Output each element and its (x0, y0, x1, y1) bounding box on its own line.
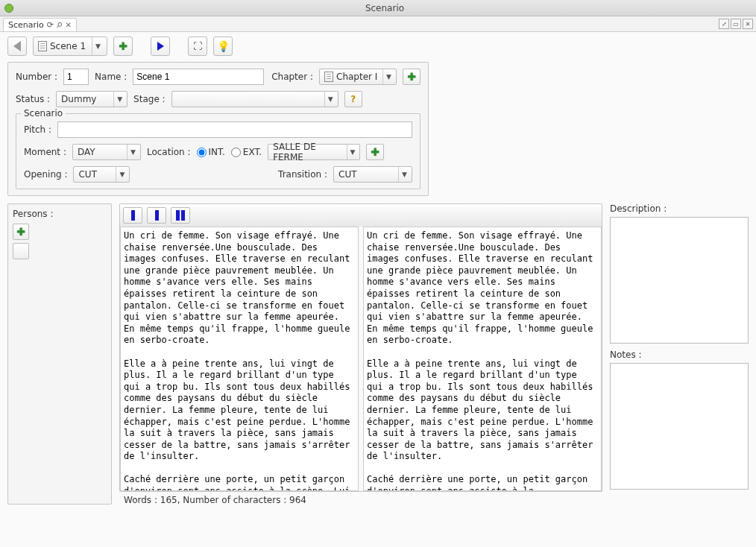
dropdown-icon: ▼ (92, 37, 104, 55)
play-icon (157, 42, 164, 51)
chapter-combo[interactable]: Chapter I ▼ (319, 69, 397, 85)
notes-panel: Notes : (610, 350, 749, 490)
notes-label: Notes : (610, 350, 749, 360)
editor-right-textarea[interactable] (363, 227, 602, 491)
window-minimize-button[interactable]: ▭ (731, 19, 741, 29)
int-label: INT. (209, 147, 225, 157)
dropdown-icon: ▼ (382, 69, 394, 84)
document-icon (324, 72, 333, 82)
fullscreen-button[interactable]: ⛶ (188, 37, 207, 56)
pin-icon[interactable]: ⚲ (54, 20, 64, 30)
opening-value: CUT (78, 169, 97, 180)
window-close-button-2[interactable]: ✕ (743, 19, 753, 29)
fullscreen-icon: ⛶ (193, 41, 202, 51)
window-restore-button[interactable]: ⤢ (719, 19, 729, 29)
tab-title: Scenario (8, 20, 44, 30)
stage-help-button[interactable]: ? (344, 91, 362, 107)
location-int-radio[interactable]: INT. (197, 147, 225, 157)
dropdown-icon: ▼ (347, 145, 358, 159)
back-button[interactable] (7, 37, 27, 56)
back-arrow-icon (13, 41, 21, 51)
transition-label: Transition : (278, 169, 327, 180)
editor-left-textarea[interactable] (120, 227, 359, 491)
name-input[interactable] (133, 69, 264, 85)
column-icon (131, 210, 135, 221)
name-label: Name : (95, 72, 127, 82)
editor-toolbar (119, 203, 602, 227)
number-input[interactable] (63, 69, 89, 85)
chapter-label: Chapter : (271, 72, 313, 82)
scene-form-panel: Number : Name : Chapter : Chapter I ▼ ✚ … (7, 62, 429, 196)
column-icon (176, 210, 180, 221)
status-label: Status : (16, 94, 50, 104)
add-person-button[interactable]: ✚ (13, 224, 29, 240)
help-icon: ? (350, 94, 356, 104)
ext-label: EXT. (243, 147, 262, 157)
plus-icon: ✚ (16, 226, 25, 238)
bulb-icon: 💡 (217, 40, 230, 52)
add-chapter-button[interactable]: ✚ (403, 69, 420, 85)
layout-double-button[interactable] (171, 207, 190, 224)
column-icon (181, 210, 185, 221)
column-icon (155, 210, 159, 221)
description-label: Description : (610, 203, 749, 214)
pitch-label: Pitch : (24, 124, 51, 135)
dropdown-icon: ▼ (398, 167, 410, 182)
dropdown-icon: ▼ (116, 167, 127, 182)
persons-label: Persons : (13, 209, 107, 219)
play-button[interactable] (151, 37, 170, 56)
number-label: Number : (16, 72, 57, 82)
main-toolbar: Scene 1 ▼ ✚ ⛶ 💡 (7, 37, 749, 56)
moment-label: Moment : (24, 147, 66, 157)
stage-label: Stage : (133, 94, 166, 104)
transition-combo[interactable]: CUT ▼ (333, 166, 412, 183)
notes-textarea[interactable] (610, 363, 749, 490)
layout-single-button[interactable] (123, 207, 142, 224)
location-value: SALLE DE FERME (273, 142, 347, 162)
close-icon[interactable]: ✕ (65, 21, 71, 29)
scenario-fieldset: Scenario Pitch : Moment : DAY ▼ Location… (16, 113, 420, 189)
plus-icon: ✚ (407, 71, 416, 83)
description-textarea[interactable] (610, 217, 749, 344)
status-value: Dummy (61, 94, 96, 104)
status-combo[interactable]: Dummy ▼ (56, 91, 127, 107)
opening-label: Opening : (24, 169, 67, 180)
idea-button[interactable]: 💡 (213, 37, 233, 56)
layout-single-alt-button[interactable] (147, 207, 166, 224)
location-ext-radio[interactable]: EXT. (231, 147, 262, 157)
blank-button[interactable] (13, 243, 29, 259)
location-label: Location : (147, 147, 191, 157)
tab-scenario[interactable]: Scenario ⟳ ⚲ ✕ (3, 18, 77, 31)
transition-value: CUT (338, 169, 357, 180)
tab-bar: Scenario ⟳ ⚲ ✕ ⤢ ▭ ✕ (0, 16, 756, 32)
plus-icon: ✚ (371, 146, 379, 158)
reload-icon[interactable]: ⟳ (47, 20, 54, 30)
opening-combo[interactable]: CUT ▼ (73, 166, 130, 183)
location-combo[interactable]: SALLE DE FERME ▼ (268, 144, 360, 160)
scenario-legend: Scenario (21, 108, 66, 118)
moment-combo[interactable]: DAY ▼ (72, 144, 141, 160)
persons-panel: Persons : ✚ (7, 203, 112, 505)
document-icon (38, 41, 47, 51)
scene-selector-value: Scene 1 (50, 41, 86, 51)
plus-icon: ✚ (119, 40, 127, 52)
stage-combo[interactable]: ▼ (171, 91, 338, 107)
window-title: Scenario (18, 3, 752, 13)
dropdown-icon: ▼ (127, 145, 139, 159)
moment-value: DAY (78, 147, 95, 157)
editor-stats: Words : 165, Number of characters : 964 (119, 492, 602, 508)
add-location-button[interactable]: ✚ (366, 144, 384, 160)
dropdown-icon: ▼ (324, 92, 336, 107)
window-close-button[interactable] (4, 4, 13, 13)
editor-panel: Words : 165, Number of characters : 964 (119, 203, 602, 508)
window-titlebar: Scenario (0, 0, 756, 16)
scene-selector[interactable]: Scene 1 ▼ (33, 37, 107, 56)
add-scene-button[interactable]: ✚ (113, 37, 133, 56)
pitch-input[interactable] (57, 121, 412, 138)
dropdown-icon: ▼ (113, 92, 125, 107)
description-panel: Description : (610, 203, 749, 344)
chapter-value: Chapter I (336, 72, 377, 82)
